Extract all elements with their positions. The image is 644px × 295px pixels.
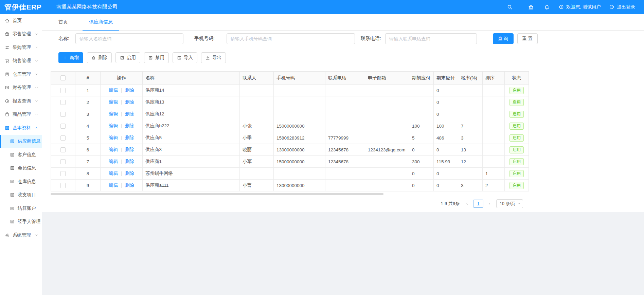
edit-link[interactable]: 编辑 — [109, 147, 118, 152]
row-checkbox[interactable] — [60, 159, 66, 164]
row-cell-tax: 12 — [458, 156, 483, 168]
toolbar-button-4[interactable]: 导入 — [173, 52, 197, 63]
column-header-2: 操作 — [101, 72, 143, 85]
sidebar-item-sub-9[interactable]: 供应商信息 — [0, 135, 42, 148]
select-all-checkbox[interactable] — [60, 75, 66, 80]
table-body: 1编辑删除供应商140启用2编辑删除供应商130启用3编辑删除供应商120启用4… — [51, 85, 529, 191]
cell-value: 供应商5 — [145, 135, 162, 140]
row-checkbox[interactable] — [60, 88, 66, 93]
reset-button[interactable]: 重 置 — [517, 33, 538, 44]
bell-icon[interactable] — [544, 4, 550, 10]
cell-value: 1 — [485, 171, 488, 176]
sidebar-item-1[interactable]: 零售管理 — [0, 27, 42, 41]
row-checkbox[interactable] — [60, 112, 66, 117]
toolbar-button-3[interactable]: 禁用 — [144, 52, 169, 63]
toolbar-button-0[interactable]: 新增 — [58, 52, 83, 63]
filter-row: 名称: 手机号码: 联系电话: 查 询 重 置 — [51, 33, 644, 44]
home-icon — [5, 18, 10, 23]
cell-value: 小军 — [243, 159, 252, 164]
cell-value: 115.99 — [436, 159, 450, 164]
column-header-1: # — [75, 72, 101, 85]
table-row: 3编辑删除供应商120启用 — [51, 108, 529, 120]
next-page-button[interactable] — [485, 200, 494, 208]
sales-icon — [5, 58, 10, 63]
row-cell-phone: 15000000000 — [274, 156, 325, 168]
sidebar-item-label: 采购管理 — [13, 44, 31, 51]
delete-link[interactable]: 删除 — [125, 159, 134, 164]
row-checkbox[interactable] — [60, 135, 66, 141]
table-row: 8编辑删除苏州蜗牛网络001启用 — [51, 168, 529, 180]
edit-link[interactable]: 编辑 — [109, 135, 118, 140]
delete-link[interactable]: 删除 — [125, 123, 134, 128]
toolbar-button-label: 启用 — [127, 55, 136, 61]
sidebar-item-sub-13[interactable]: 收支项目 — [0, 188, 42, 202]
delete-link[interactable]: 删除 — [125, 99, 134, 105]
sidebar-item-sub-12[interactable]: 仓库信息 — [0, 175, 42, 188]
current-page[interactable]: 1 — [473, 200, 483, 208]
page-size-select[interactable]: 10 条/页 — [496, 199, 523, 208]
logout-button[interactable]: 退出登录 — [609, 4, 635, 10]
trash-icon — [91, 56, 96, 60]
sidebar-item-7[interactable]: 商品管理 — [0, 108, 42, 122]
row-cell-sort — [483, 120, 505, 132]
sidebar-item-4[interactable]: 仓库管理 — [0, 68, 42, 81]
sidebar-item-sub-10[interactable]: 客户信息 — [0, 148, 42, 162]
row-status-cell: 启用 — [505, 108, 529, 120]
row-actions-cell: 编辑删除 — [101, 132, 143, 144]
row-checkbox[interactable] — [60, 124, 66, 129]
edit-link[interactable]: 编辑 — [109, 88, 118, 93]
edit-link[interactable]: 编辑 — [109, 159, 118, 164]
row-cell-num: 9 — [75, 180, 101, 191]
sidebar-item-sub-15[interactable]: 经手人管理 — [0, 215, 42, 229]
row-checkbox[interactable] — [60, 147, 66, 152]
edit-link[interactable]: 编辑 — [109, 111, 118, 116]
sidebar-item-8[interactable]: 基本资料 — [0, 121, 42, 135]
tab-1[interactable]: 供应商信息 — [83, 14, 119, 30]
edit-link[interactable]: 编辑 — [109, 171, 118, 176]
delete-link[interactable]: 删除 — [125, 183, 134, 188]
mobile-filter-input[interactable] — [227, 33, 355, 44]
toolbar-button-2[interactable]: 启用 — [115, 52, 140, 63]
sidebar-item-sub-14[interactable]: 结算账户 — [0, 202, 42, 215]
delete-link[interactable]: 删除 — [125, 147, 134, 152]
delete-link[interactable]: 删除 — [125, 111, 134, 116]
toolbar-button-1[interactable]: 删除 — [87, 52, 112, 63]
edit-link[interactable]: 编辑 — [109, 123, 118, 128]
column-header-label: 期初应付 — [412, 75, 430, 80]
edit-link[interactable]: 编辑 — [109, 99, 118, 105]
welcome-user[interactable]: 欢迎您, 测试用户 — [559, 4, 601, 10]
row-cell-tel: 12345678 — [325, 156, 365, 168]
row-checkbox[interactable] — [60, 183, 66, 188]
cell-value: 3 — [461, 183, 464, 188]
prev-page-button[interactable] — [463, 200, 471, 208]
name-filter-input[interactable] — [75, 33, 183, 44]
row-checkbox[interactable] — [60, 171, 66, 176]
sidebar-item-16[interactable]: 系统管理 — [0, 228, 42, 242]
search-icon[interactable] — [507, 4, 513, 10]
tab-0[interactable]: 首页 — [52, 14, 74, 30]
sidebar-item-sub-11[interactable]: 会员信息 — [0, 162, 42, 175]
sidebar-item-0[interactable]: 首页 — [0, 14, 42, 27]
edit-link[interactable]: 编辑 — [109, 183, 118, 188]
toolbar-button-5[interactable]: 导出 — [201, 52, 226, 63]
action-divider — [121, 112, 122, 116]
row-cell-email: 1234123@qq.com — [365, 144, 409, 156]
table-head: #操作名称联系人手机号码联系电话电子邮箱期初应付期末应付税率(%)排序状态 — [51, 72, 529, 85]
bank-icon[interactable] — [528, 4, 534, 10]
row-status-cell: 启用 — [505, 85, 529, 96]
delete-link[interactable]: 删除 — [125, 171, 134, 176]
telephone-filter-input[interactable] — [385, 33, 477, 44]
sidebar-item-5[interactable]: 财务管理 — [0, 81, 42, 95]
sidebar-item-6[interactable]: 报表查询 — [0, 94, 42, 108]
delete-link[interactable]: 删除 — [125, 88, 134, 93]
row-checkbox[interactable] — [60, 100, 66, 105]
search-button[interactable]: 查 询 — [493, 33, 514, 44]
sidebar-item-3[interactable]: 销售管理 — [0, 54, 42, 68]
cell-value: 1234123@qq.com — [368, 147, 406, 152]
horizontal-scrollbar-thumb[interactable] — [51, 193, 383, 195]
sidebar-item-2[interactable]: 采购管理 — [0, 41, 42, 54]
row-cell-opening: 100 — [409, 120, 434, 132]
status-badge: 启用 — [509, 87, 524, 94]
status-badge: 启用 — [509, 111, 524, 118]
delete-link[interactable]: 删除 — [125, 135, 134, 140]
